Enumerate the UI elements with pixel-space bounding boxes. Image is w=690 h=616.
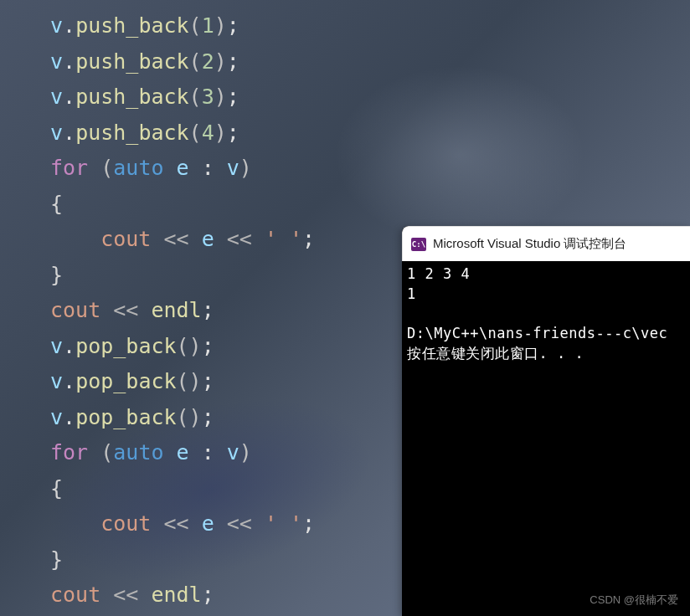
code-token: ; <box>202 298 214 322</box>
code-token: << <box>214 227 265 251</box>
code-token: auto <box>113 156 176 180</box>
code-token: ) <box>214 13 227 38</box>
code-token: for <box>50 156 100 180</box>
code-token: ) <box>239 156 252 180</box>
code-line: { <box>50 187 315 223</box>
code-token: << <box>214 511 265 536</box>
code-token: 2 <box>202 49 214 74</box>
console-titlebar[interactable]: C:\ Microsoft Visual Studio 调试控制台 <box>402 226 690 261</box>
code-token: cout <box>100 511 151 536</box>
code-token: ( <box>189 85 202 109</box>
code-token: push_back <box>75 121 188 145</box>
code-token: ; <box>227 121 239 145</box>
code-token: << <box>100 298 151 322</box>
code-line: for (auto e : v) <box>50 151 315 187</box>
code-line: v.pop_back(); <box>50 364 315 400</box>
code-token: push_back <box>75 49 188 74</box>
code-token: push_back <box>75 85 188 109</box>
code-token: () <box>177 405 202 429</box>
code-token: ( <box>100 156 113 180</box>
code-line: v.push_back(1); <box>50 8 315 44</box>
code-token: ( <box>189 49 202 74</box>
code-editor-area: v.push_back(1);v.push_back(2);v.push_bac… <box>50 8 315 613</box>
code-line: v.push_back(3); <box>50 80 315 116</box>
code-token: { <box>50 192 63 216</box>
code-token <box>50 511 100 536</box>
code-token: ; <box>202 334 214 358</box>
code-token: ; <box>227 49 239 74</box>
code-token: ( <box>100 440 113 465</box>
code-token: v <box>50 121 63 145</box>
code-token: () <box>177 369 202 393</box>
code-token: v <box>50 13 63 38</box>
code-token: { <box>50 476 63 501</box>
code-token: push_back <box>75 13 188 38</box>
code-token: v <box>50 49 63 74</box>
code-token: v <box>50 405 63 429</box>
code-token: ; <box>202 405 214 429</box>
code-line: cout << e << ' '; <box>50 506 315 542</box>
code-token: ; <box>227 13 239 38</box>
code-token: v <box>227 156 239 180</box>
code-token: } <box>50 547 63 572</box>
watermark-text: CSDN @很楠不爱 <box>590 593 678 608</box>
code-token: auto <box>113 440 176 465</box>
code-line: v.push_back(2); <box>50 44 315 80</box>
code-token: ) <box>214 121 227 145</box>
code-token: pop_back <box>75 405 176 429</box>
code-token: . <box>63 405 75 429</box>
code-token <box>50 227 100 251</box>
code-token: . <box>63 121 75 145</box>
code-token: ' ' <box>265 511 302 536</box>
console-title: Microsoft Visual Studio 调试控制台 <box>433 236 626 252</box>
code-token: 1 <box>202 13 214 38</box>
code-token: ; <box>227 85 239 109</box>
code-token: () <box>177 334 202 358</box>
code-token: ) <box>214 49 227 74</box>
console-output: 1 2 3 4 1 D:\MyC++\nans-friends---c\vec … <box>402 261 690 367</box>
code-token: e <box>202 511 214 536</box>
code-token: ( <box>189 121 202 145</box>
code-token: } <box>50 263 63 287</box>
code-token: . <box>63 369 75 393</box>
code-line: v.pop_back(); <box>50 329 315 365</box>
code-token: . <box>63 49 75 74</box>
code-token: e <box>177 156 189 180</box>
code-line: } <box>50 542 315 578</box>
code-line: } <box>50 258 315 294</box>
code-token: << <box>151 227 201 251</box>
code-token: ( <box>189 13 202 38</box>
code-token: endl <box>151 583 201 607</box>
code-token: . <box>63 334 75 358</box>
code-token: v <box>50 85 63 109</box>
code-line: v.pop_back(); <box>50 400 315 436</box>
code-token: cout <box>100 227 151 251</box>
code-token: ' ' <box>265 227 302 251</box>
code-token: : <box>189 440 227 465</box>
code-token: for <box>50 440 100 465</box>
code-token: . <box>63 85 75 109</box>
debug-console-window[interactable]: C:\ Microsoft Visual Studio 调试控制台 1 2 3 … <box>402 226 690 616</box>
vs-console-icon: C:\ <box>411 238 426 251</box>
code-token: ; <box>202 583 214 607</box>
code-line: { <box>50 471 315 507</box>
code-token: ; <box>202 369 214 393</box>
code-token: ) <box>214 85 227 109</box>
code-line: v.push_back(4); <box>50 116 315 151</box>
code-token: << <box>151 511 201 536</box>
code-line: cout << endl; <box>50 578 315 613</box>
code-token: cout <box>50 583 100 607</box>
code-token: cout <box>50 298 100 322</box>
code-token: e <box>177 440 189 465</box>
code-token: ) <box>239 440 252 465</box>
code-line: cout << endl; <box>50 293 315 329</box>
code-token: : <box>189 156 227 180</box>
code-token: ; <box>302 227 315 251</box>
code-line: for (auto e : v) <box>50 435 315 471</box>
code-token: pop_back <box>75 334 176 358</box>
code-token: v <box>50 369 63 393</box>
code-token: v <box>50 334 63 358</box>
code-token: ; <box>302 511 315 536</box>
code-token: e <box>202 227 214 251</box>
code-token: 3 <box>202 85 214 109</box>
